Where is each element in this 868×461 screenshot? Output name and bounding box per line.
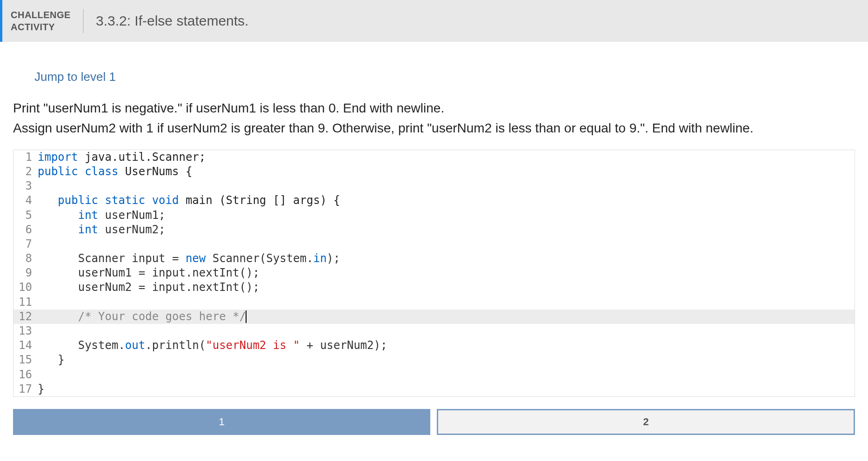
line-number: 3 — [13, 179, 36, 193]
level-button-2[interactable]: 2 — [437, 409, 855, 435]
code-content[interactable]: System.out.println("userNum2 is " + user… — [36, 338, 855, 353]
line-number: 12 — [13, 310, 36, 324]
line-number: 14 — [13, 338, 36, 353]
code-line[interactable]: 1import java.util.Scanner; — [13, 150, 855, 165]
code-line[interactable]: 12 /* Your code goes here */ — [13, 310, 855, 324]
code-content[interactable] — [36, 179, 855, 193]
code-content[interactable]: } — [36, 353, 855, 367]
instructions: Print "userNum1 is negative." if userNum… — [13, 98, 855, 138]
code-content[interactable]: /* Your code goes here */ — [36, 310, 855, 324]
code-line[interactable]: 16 — [13, 368, 855, 382]
code-content[interactable]: Scanner input = new Scanner(System.in); — [36, 251, 855, 266]
challenge-header: CHALLENGE ACTIVITY 3.3.2: If-else statem… — [0, 0, 868, 42]
code-content[interactable]: import java.util.Scanner; — [36, 150, 855, 165]
challenge-badge: CHALLENGE ACTIVITY — [11, 9, 84, 33]
line-number: 7 — [13, 237, 36, 251]
instruction-line-2: Assign userNum2 with 1 if userNum2 is gr… — [13, 118, 855, 138]
code-line[interactable]: 2public class UserNums { — [13, 165, 855, 179]
code-line[interactable]: 7 — [13, 237, 855, 251]
code-line[interactable]: 8 Scanner input = new Scanner(System.in)… — [13, 251, 855, 266]
code-line[interactable]: 5 int userNum1; — [13, 208, 855, 223]
line-number: 15 — [13, 353, 36, 367]
code-content[interactable]: userNum2 = input.nextInt(); — [36, 280, 855, 295]
code-content[interactable]: } — [36, 382, 855, 396]
code-content[interactable]: int userNum2; — [36, 223, 855, 237]
line-number: 1 — [13, 150, 36, 165]
code-line[interactable]: 6 int userNum2; — [13, 223, 855, 237]
code-content[interactable]: userNum1 = input.nextInt(); — [36, 266, 855, 280]
code-line[interactable]: 4 public static void main (String [] arg… — [13, 193, 855, 208]
line-number: 8 — [13, 251, 36, 266]
line-number: 5 — [13, 208, 36, 223]
code-content[interactable] — [36, 324, 855, 338]
code-line[interactable]: 3 — [13, 179, 855, 193]
code-line[interactable]: 13 — [13, 324, 855, 338]
code-line[interactable]: 17} — [13, 382, 855, 396]
line-number: 6 — [13, 223, 36, 237]
challenge-badge-line2: ACTIVITY — [11, 21, 71, 33]
line-number: 17 — [13, 382, 36, 396]
line-number: 4 — [13, 193, 36, 208]
code-content[interactable]: public static void main (String [] args)… — [36, 193, 855, 208]
challenge-badge-line1: CHALLENGE — [11, 9, 71, 21]
code-editor[interactable]: 1import java.util.Scanner;2public class … — [13, 150, 855, 397]
code-line[interactable]: 15 } — [13, 353, 855, 367]
code-content[interactable] — [36, 295, 855, 310]
line-number: 10 — [13, 280, 36, 295]
line-number: 16 — [13, 368, 36, 382]
code-line[interactable]: 11 — [13, 295, 855, 310]
level-button-1[interactable]: 1 — [13, 409, 430, 435]
text-cursor — [246, 310, 247, 323]
challenge-title: 3.3.2: If-else statements. — [96, 13, 249, 29]
instruction-line-1: Print "userNum1 is negative." if userNum… — [13, 98, 855, 118]
jump-to-level-link[interactable]: Jump to level 1 — [34, 70, 116, 84]
level-selector: 1 2 — [13, 409, 855, 435]
code-content[interactable]: public class UserNums { — [36, 165, 855, 179]
line-number: 2 — [13, 165, 36, 179]
code-line[interactable]: 9 userNum1 = input.nextInt(); — [13, 266, 855, 280]
line-number: 9 — [13, 266, 36, 280]
line-number: 11 — [13, 295, 36, 310]
code-content[interactable] — [36, 368, 855, 382]
code-line[interactable]: 14 System.out.println("userNum2 is " + u… — [13, 338, 855, 353]
line-number: 13 — [13, 324, 36, 338]
code-line[interactable]: 10 userNum2 = input.nextInt(); — [13, 280, 855, 295]
code-content[interactable]: int userNum1; — [36, 208, 855, 223]
code-content[interactable] — [36, 237, 855, 251]
